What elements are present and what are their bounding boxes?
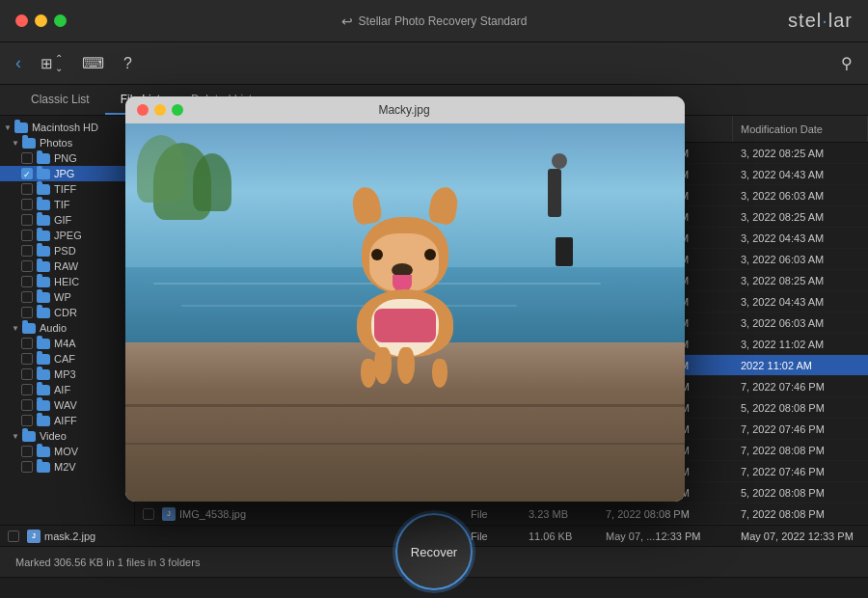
table-row[interactable]: J IMG_4538.jpg File 3.23 MB 7, 2022 08:0… bbox=[135, 503, 868, 525]
chevron-down-icon: ▼ bbox=[4, 123, 12, 132]
sidebar-item-psd[interactable]: PSD bbox=[0, 243, 134, 258]
sidebar-label-png: PNG bbox=[54, 152, 77, 164]
checkbox-tiff[interactable] bbox=[21, 183, 33, 195]
sidebar-item-m2v[interactable]: M2V bbox=[0, 459, 134, 475]
folder-icon bbox=[37, 369, 50, 380]
search-button[interactable]: ⚲ bbox=[841, 54, 853, 72]
sidebar-item-mp3[interactable]: MP3 bbox=[0, 367, 134, 382]
checkbox-heic[interactable] bbox=[21, 276, 33, 287]
file-modification-cell: 3, 2022 08:25 AM bbox=[733, 148, 868, 159]
sidebar-item-aif[interactable]: AIF bbox=[0, 382, 134, 397]
sidebar-item-heic[interactable]: HEIC bbox=[0, 274, 134, 289]
sidebar-item-caf[interactable]: CAF bbox=[0, 351, 134, 367]
file-modification-cell: 7, 2022 08:08 PM bbox=[733, 508, 868, 520]
sidebar-item-raw[interactable]: RAW bbox=[0, 258, 134, 274]
sidebar-item-photos[interactable]: ▼ Photos bbox=[0, 135, 134, 150]
sidebar-item-jpg[interactable]: JPG bbox=[0, 166, 134, 181]
checkbox-aif[interactable] bbox=[21, 384, 33, 395]
chevron-down-icon: ▼ bbox=[12, 432, 19, 441]
app-title: Stellar Photo Recovery Standard bbox=[359, 14, 528, 28]
checkbox-m2v[interactable] bbox=[21, 461, 33, 473]
sidebar-label-audio: Audio bbox=[40, 322, 67, 334]
sidebar-label-m2v: M2V bbox=[54, 461, 76, 473]
checkbox-png[interactable] bbox=[21, 152, 33, 164]
sidebar-item-wav[interactable]: WAV bbox=[0, 397, 134, 413]
row-checkbox[interactable] bbox=[8, 530, 19, 542]
preview-content bbox=[125, 123, 685, 502]
checkbox-jpg[interactable] bbox=[21, 168, 33, 179]
file-modification-cell: 3, 2022 06:03 AM bbox=[733, 254, 868, 265]
help-icon[interactable]: ? bbox=[123, 55, 132, 72]
sidebar-label-raw: RAW bbox=[54, 260, 78, 272]
sidebar-item-gif[interactable]: GIF bbox=[0, 212, 134, 228]
stone-line-2 bbox=[125, 443, 685, 445]
sidebar-item-tif[interactable]: TIF bbox=[0, 197, 134, 212]
sidebar-item-audio[interactable]: ▼ Audio bbox=[0, 320, 134, 336]
checkbox-caf[interactable] bbox=[21, 353, 33, 365]
folder-icon bbox=[37, 277, 50, 287]
preview-modal[interactable]: Macky.jpg bbox=[125, 96, 685, 502]
preview-minimize-button[interactable] bbox=[154, 104, 166, 116]
recover-button[interactable]: Recover bbox=[395, 513, 473, 590]
checkbox-mp3[interactable] bbox=[21, 368, 33, 380]
folder-icon bbox=[37, 416, 50, 426]
minimize-button[interactable] bbox=[35, 14, 47, 27]
sidebar-label-psd: PSD bbox=[54, 245, 76, 257]
sidebar-item-macintosh-hd[interactable]: ▼ Macintosh HD bbox=[0, 120, 134, 135]
preview-maximize-button[interactable] bbox=[172, 104, 183, 116]
checkbox-jpeg[interactable] bbox=[21, 230, 33, 241]
sidebar-item-video[interactable]: ▼ Video bbox=[0, 428, 134, 444]
row-checkbox[interactable] bbox=[143, 508, 154, 520]
checkbox-wav[interactable] bbox=[21, 399, 33, 411]
last-type-cell: File bbox=[463, 530, 521, 542]
checkbox-psd[interactable] bbox=[21, 245, 33, 257]
folder-icon bbox=[37, 339, 50, 349]
corgi-leg-front-right bbox=[397, 347, 415, 384]
sidebar-label-tiff: TIFF bbox=[54, 183, 76, 195]
folder-icon bbox=[37, 385, 50, 395]
checkbox-raw[interactable] bbox=[21, 260, 33, 272]
file-modification-cell: 5, 2022 08:08 PM bbox=[733, 487, 868, 499]
sidebar-item-aiff[interactable]: AIFF bbox=[0, 413, 134, 428]
col-header-modification[interactable]: Modification Date bbox=[733, 116, 868, 142]
checkbox-cdr[interactable] bbox=[21, 307, 33, 318]
sidebar-item-png[interactable]: PNG bbox=[0, 150, 134, 166]
corgi-image bbox=[125, 123, 685, 502]
bg-person-legs bbox=[556, 237, 573, 266]
folder-icon bbox=[22, 323, 36, 334]
checkbox-wp[interactable] bbox=[21, 291, 33, 303]
maximize-button[interactable] bbox=[54, 14, 67, 27]
checkbox-tif[interactable] bbox=[21, 199, 33, 210]
sidebar-item-wp[interactable]: WP bbox=[0, 289, 134, 305]
sidebar-item-jpeg[interactable]: JPEG bbox=[0, 228, 134, 243]
checkbox-m4a[interactable] bbox=[21, 338, 33, 349]
folder-icon bbox=[37, 261, 50, 272]
bg-person-body bbox=[548, 169, 561, 217]
view-toggle[interactable]: ⊞ ⌃⌄ bbox=[41, 54, 63, 73]
sidebar-label-video: Video bbox=[40, 430, 67, 442]
file-creation-cell: 7, 2022 08:08 PM bbox=[598, 508, 733, 520]
tab-classic-list[interactable]: Classic List bbox=[15, 85, 105, 115]
file-modification-cell: 5, 2022 08:08 PM bbox=[733, 402, 868, 414]
corgi-eye-left bbox=[371, 249, 383, 260]
file-modification-cell: 3, 2022 06:03 AM bbox=[733, 317, 868, 329]
corgi-eye-right bbox=[424, 249, 436, 260]
status-text: Marked 306.56 KB in 1 files in 3 folders bbox=[15, 557, 200, 568]
sidebar-item-cdr[interactable]: CDR bbox=[0, 305, 134, 320]
tree-bg-2 bbox=[193, 153, 231, 211]
folder-icon bbox=[22, 138, 36, 149]
back-button[interactable]: ‹ bbox=[15, 53, 21, 73]
sidebar-item-mov[interactable]: MOV bbox=[0, 444, 134, 459]
close-button[interactable] bbox=[15, 14, 28, 27]
checkbox-mov[interactable] bbox=[21, 446, 33, 457]
checkbox-gif[interactable] bbox=[21, 214, 33, 226]
sidebar-label-wav: WAV bbox=[54, 399, 77, 411]
tool-icon[interactable]: ⌨ bbox=[82, 54, 104, 72]
sidebar-item-m4a[interactable]: M4A bbox=[0, 336, 134, 351]
sidebar-item-tiff[interactable]: TIFF bbox=[0, 181, 134, 197]
checkbox-aiff[interactable] bbox=[21, 415, 33, 426]
folder-icon bbox=[37, 354, 50, 365]
preview-close-button[interactable] bbox=[137, 104, 149, 116]
sidebar-label-jpg: JPG bbox=[54, 168, 74, 179]
file-modification-cell: 3, 2022 04:43 AM bbox=[733, 296, 868, 308]
